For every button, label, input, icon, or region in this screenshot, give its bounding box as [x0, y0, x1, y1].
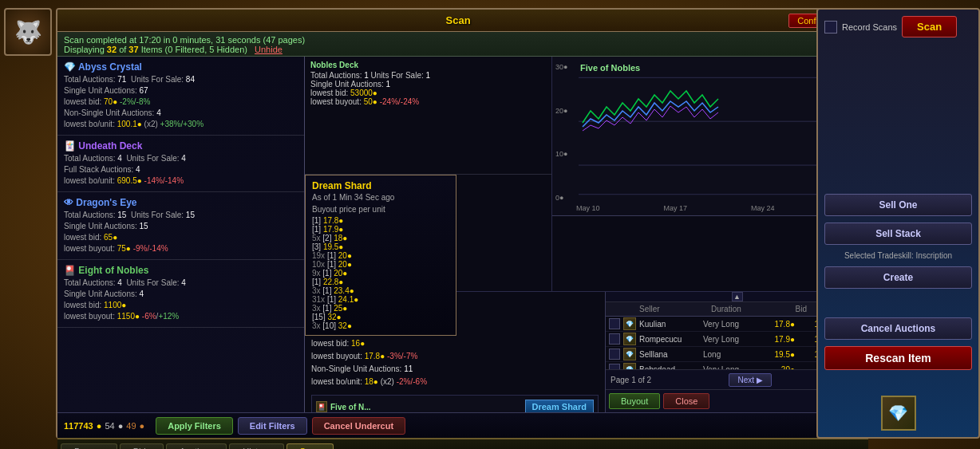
tooltip-buyout-label: Buyout price per unit	[312, 205, 449, 214]
sell-one-button[interactable]: Sell One	[824, 194, 972, 216]
row-checkbox[interactable]	[609, 349, 620, 360]
status-bar: Scan completed at 17:20 in 0 minutes, 31…	[57, 32, 868, 57]
row-checkbox[interactable]	[609, 364, 620, 369]
status-suffix: Items (0 Filtered, 5 Hidden)	[141, 45, 247, 54]
tooltip-row: [1] 17.8●	[312, 216, 449, 225]
spacer3	[824, 376, 972, 389]
item-icon: 💎	[623, 317, 636, 330]
bottom-bar: 117743 ● 54 ● 49 ● Apply Filters Edit Fi…	[57, 412, 868, 438]
bid-cell: 17.9●	[755, 335, 795, 344]
displaying-count: 32	[107, 45, 117, 54]
total-count: 37	[128, 45, 138, 54]
seller-cell: Rompecucu	[639, 335, 703, 344]
tab-bids[interactable]: Bids	[120, 443, 164, 449]
list-item[interactable]: 🃏 Undeath Deck Total Auctions: 4 Units F…	[57, 136, 304, 192]
item-stats: Total Auctions: 15 Units For Sale: 15 Si…	[64, 210, 298, 254]
dream-shard-tooltip: Dream Shard As of 1 Min 34 Sec ago Buyou…	[305, 175, 456, 336]
unhide-button[interactable]: Unhide	[255, 45, 283, 54]
scroll-up-button[interactable]: ▲	[732, 292, 743, 301]
item-name: 👁 Dragon's Eye	[64, 197, 298, 208]
bid-cell: 19.5●	[755, 350, 795, 359]
silver-icon: ●	[118, 421, 124, 431]
list-item[interactable]: 👁 Dragon's Eye Total Auctions: 15 Units …	[57, 192, 304, 260]
duration-cell: Very Long	[703, 335, 755, 344]
item-icon: 💎	[623, 363, 636, 369]
item-stats: Total Auctions: 4 Units For Sale: 4 Full…	[64, 153, 298, 187]
tooltip-row: [1] 17.9●	[312, 225, 449, 234]
record-scans-label: Record Scans	[842, 22, 897, 32]
tooltip-row: 31x [1] 24.1●	[312, 295, 449, 304]
item-name: 🎴 Eight of Nobles	[64, 265, 298, 276]
tooltip-title: Dream Shard	[312, 180, 449, 191]
title-bar: Scan Configure ×	[57, 10, 868, 32]
five-nobles-panel: Five of Nobles Total Auctions: 3 Units F…	[305, 175, 551, 292]
seller-cell: Kuulian	[639, 320, 703, 329]
item-list-panel: 💎 Abyss Crystal Total Auctions: 71 Units…	[57, 57, 305, 412]
record-scans-row: Record Scans Scan	[824, 16, 972, 37]
middle-panel: Nobles Deck Total Auctions: 1 Units For …	[305, 57, 868, 412]
tooltip-subtitle: As of 1 Min 34 Sec ago	[312, 193, 449, 202]
tooltip-row: 10x [1] 20●	[312, 260, 449, 269]
status-line2: Displaying 32 of 37 Items (0 Filtered, 5…	[64, 45, 862, 54]
tooltip-row: 19x [1] 20●	[312, 251, 449, 260]
tooltip-row: 3x [10] 32●	[312, 321, 449, 330]
tooltip-row: 3x [1] 25●	[312, 304, 449, 313]
tooltip-row: [3] 19.5●	[312, 242, 449, 251]
right-side-panel: Record Scans Scan Sell One Sell Stack Se…	[816, 8, 980, 439]
seller-cell: Selllana	[639, 350, 703, 359]
list-item[interactable]: 💎 Abyss Crystal Total Auctions: 71 Units…	[57, 57, 304, 136]
create-button[interactable]: Create	[824, 266, 972, 289]
dream-shard-badge: Dream Shard	[525, 400, 594, 412]
page-indicator: Page 1 of 2	[611, 376, 651, 384]
bid-header: Bid	[767, 305, 807, 313]
gold-amount: 117743	[64, 421, 93, 431]
tooltip-row: 9x [1] 20●	[312, 269, 449, 278]
main-window: Scan Configure × Scan completed at 17:20…	[56, 8, 870, 439]
item-icon: 💎	[623, 348, 636, 360]
nobles-deck-panel: Nobles Deck Total Auctions: 1 Units For …	[305, 57, 551, 175]
five-nobles-detail: 🎴 Five of N... Dream Shard Single Unit A…	[311, 395, 599, 412]
seller-header: Seller	[639, 305, 711, 313]
cancel-auctions-button[interactable]: Cancel Auctions	[824, 317, 972, 340]
close-popup-button[interactable]: Close	[663, 393, 709, 409]
apply-filters-button[interactable]: Apply Filters	[156, 417, 233, 435]
cancel-undercut-button[interactable]: Cancel Undercut	[312, 417, 405, 435]
spacer2	[824, 295, 972, 311]
silver-amount: 54	[105, 421, 114, 431]
tooltip-row: [1] 22.8●	[312, 278, 449, 286]
next-page-button[interactable]: Next ▶	[729, 373, 771, 387]
chart-y-labels: 30● 20● 10● 0●	[555, 63, 567, 202]
bid-cell: 17.8●	[755, 320, 795, 329]
buyout-button[interactable]: Buyout	[609, 393, 660, 409]
rescan-item-button[interactable]: Rescan Item	[824, 346, 972, 370]
scan-button[interactable]: Scan	[902, 16, 957, 37]
duration-cell: Very Long	[703, 320, 755, 329]
duration-header: Duration	[711, 305, 767, 313]
tab-browse[interactable]: Browse	[61, 443, 117, 449]
currency-display: 117743 ● 54 ● 49 ●	[64, 421, 144, 431]
edit-filters-button[interactable]: Edit Filters	[238, 417, 307, 435]
selected-item-icon: 💎	[881, 396, 916, 431]
row-checkbox[interactable]	[609, 333, 620, 345]
item-stats: Total Auctions: 4 Units For Sale: 4 Sing…	[64, 278, 298, 322]
row-checkbox[interactable]	[609, 318, 620, 329]
window-title: Scan	[128, 14, 788, 26]
tooltip-row: [15] 32●	[312, 313, 449, 321]
tooltip-row: 3x [1] 23.4●	[312, 286, 449, 295]
copper-icon: ●	[140, 421, 145, 431]
tab-scan[interactable]: Scan	[286, 443, 334, 449]
tooltip-row: 5x [2] 18●	[312, 234, 449, 242]
spacer	[824, 44, 972, 187]
tab-bar: Browse Bids Auctions History Scan	[57, 438, 868, 449]
item-name: 🃏 Undeath Deck	[64, 140, 298, 152]
tab-history[interactable]: History	[229, 443, 283, 449]
tab-auctions[interactable]: Auctions	[166, 443, 227, 449]
item-name: 💎 Abyss Crystal	[64, 61, 298, 73]
chart-item-label: Five of Nobles	[580, 63, 640, 73]
list-item[interactable]: 🎴 Eight of Nobles Total Auctions: 4 Unit…	[57, 260, 304, 328]
copper-amount: 49	[126, 421, 136, 431]
sell-stack-button[interactable]: Sell Stack	[824, 223, 972, 245]
status-mid: of	[119, 45, 128, 54]
status-line1: Scan completed at 17:20 in 0 minutes, 31…	[64, 35, 862, 45]
record-scans-checkbox[interactable]	[824, 21, 837, 33]
